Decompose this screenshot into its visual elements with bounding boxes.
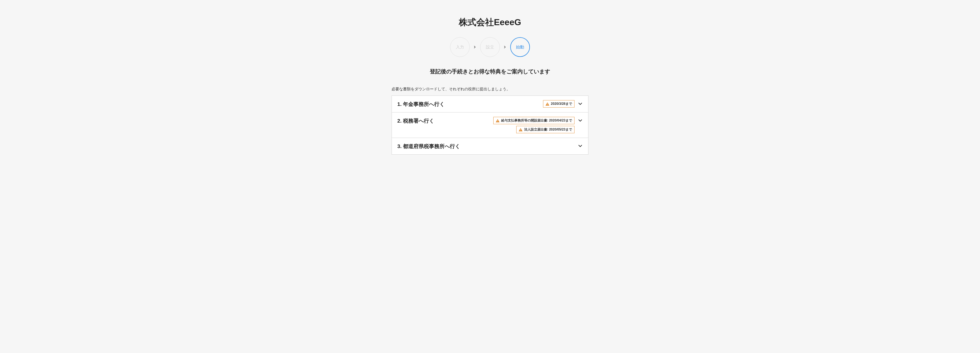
instructions-text: 必要な書類をダウンロードして、それぞれの役所に提出しましょう。	[391, 87, 589, 92]
deadline-badge: 給与支払事務所等の開設届出書: 2020/04/23まで	[493, 117, 574, 124]
warning-icon	[519, 128, 523, 131]
warning-icon	[496, 119, 500, 122]
deadline-text: 2020/3/28まで	[551, 102, 572, 106]
subtitle: 登記後の手続きとお得な特典をご案内しています	[391, 68, 589, 75]
accordion-right: 2020/3/28まで	[448, 100, 583, 107]
task-accordion: 1. 年金事務所へ行く 2020/3/28まで 2. 税務署へ行く	[391, 96, 589, 155]
deadline-badge: 法人設立届出書: 2020/05/23まで	[516, 126, 574, 133]
svg-rect-0	[547, 103, 547, 104]
accordion-right	[463, 142, 583, 148]
deadline-text: 法人設立届出書: 2020/05/23まで	[524, 127, 572, 132]
chevron-down-icon	[578, 144, 583, 148]
accordion-title: 2. 税務署へ行く	[397, 117, 434, 125]
svg-rect-2	[497, 120, 498, 121]
step-input[interactable]: 入力	[450, 37, 470, 57]
deadline-badges: 給与支払事務所等の開設届出書: 2020/04/23まで 法人設立届出書: 20…	[493, 117, 574, 133]
accordion-item-prefectural-tax-office[interactable]: 3. 都道府県税事務所へ行く	[392, 138, 588, 154]
svg-rect-3	[497, 121, 498, 121]
deadline-text: 給与支払事務所等の開設届出書: 2020/04/23まで	[501, 118, 572, 123]
arrow-right-icon	[474, 45, 476, 49]
accordion-title: 1. 年金事務所へ行く	[397, 100, 445, 108]
chevron-down-icon	[578, 118, 583, 123]
deadline-badges: 2020/3/28まで	[543, 100, 574, 107]
accordion-right: 給与支払事務所等の開設届出書: 2020/04/23まで 法人設立届出書: 20…	[438, 117, 583, 133]
warning-icon	[546, 102, 549, 105]
accordion-item-pension-office[interactable]: 1. 年金事務所へ行く 2020/3/28まで	[392, 96, 588, 112]
step-establish[interactable]: 設立	[480, 37, 500, 57]
deadline-badge: 2020/3/28まで	[543, 100, 574, 107]
main-container: 株式会社EeeeG 入力 設立 始動 登記後の手続きとお得な特典をご案内していま…	[391, 0, 589, 155]
chevron-down-icon	[578, 101, 583, 106]
accordion-item-tax-office[interactable]: 2. 税務署へ行く 給与支払事務所等の開設届出書: 2020/04/23まで 法…	[392, 112, 588, 138]
accordion-title: 3. 都道府県税事務所へ行く	[397, 142, 460, 150]
step-start[interactable]: 始動	[510, 37, 530, 57]
page-title: 株式会社EeeeG	[391, 16, 589, 29]
progress-steps: 入力 設立 始動	[391, 37, 589, 57]
arrow-right-icon	[504, 45, 506, 49]
